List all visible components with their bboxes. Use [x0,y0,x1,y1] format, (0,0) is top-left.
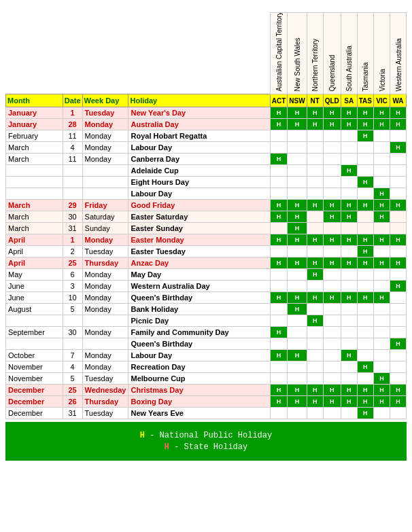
state-cell [307,281,323,292]
state-cell [374,304,390,315]
month-cell: September [6,327,63,338]
state-cell: H [307,269,323,281]
state-cell: H [270,234,288,246]
weekday-cell [82,165,128,177]
state-cell [307,246,323,258]
state-cell [288,269,307,281]
state-cell: H [341,107,357,119]
table-body: January1TuesdayNew Year's DayHHHHHHHHJan… [6,107,407,419]
state-cell: H [357,107,373,119]
state-cell [307,165,323,177]
state-cell [288,373,307,385]
qld-header: Queensland [323,13,341,94]
date-cell: 7 [63,350,82,361]
date-cell [63,188,82,200]
state-cell: H [357,258,373,269]
month-cell: January [6,119,63,130]
state-cell [374,154,390,165]
state-cell [374,246,390,258]
state-cell: H [270,292,288,304]
state-cell [270,361,288,373]
tas-col-header: TAS [357,94,373,107]
state-cell: H [357,177,373,188]
state-cell [307,338,323,350]
state-cell: H [357,130,373,142]
state-cell [323,177,341,188]
weekday-cell: Monday [82,154,128,165]
state-cell: H [374,385,390,396]
weekday-cell: Monday [82,292,128,304]
holiday-cell: Easter Monday [128,234,270,246]
state-cell: H [357,200,373,211]
weekday-col-header: Week Day [82,94,128,107]
state-cell: H [341,350,357,361]
date-cell: 30 [63,327,82,338]
holiday-cell: New Years Eve [128,408,270,419]
weekday-cell: Tuesday [82,246,128,258]
state-h-label: H [165,442,169,452]
weekday-cell: Monday [82,361,128,373]
table-row: March4MondayLabour DayH [6,142,407,154]
state-cell [288,188,307,200]
month-cell: April [6,246,63,258]
state-cell [341,269,357,281]
weekday-cell: Monday [82,234,128,246]
table-row: Eight Hours DayH [6,177,407,188]
table-row: February11MondayRoyal Hobart RegattaH [6,130,407,142]
state-cell: H [374,396,390,408]
weekday-cell: Monday [82,119,128,130]
table-row: March30SaturdayEaster SaturdayHHHHH [6,211,407,223]
table-row: September30MondayFamily and Community Da… [6,327,407,338]
state-cell [307,327,323,338]
state-cell [307,142,323,154]
holiday-cell: Recreation Day [128,361,270,373]
state-cell: H [341,385,357,396]
state-cell [341,408,357,419]
holiday-cell: Eight Hours Day [128,177,270,188]
state-cell: H [390,107,407,119]
table-row: Picnic DayH [6,315,407,327]
table-row: December25WednesdayChristmas DayHHHHHHHH [6,385,407,396]
holiday-cell: Good Friday [128,200,270,211]
state-cell: H [341,119,357,130]
state-cell: H [288,200,307,211]
vic-header: Victoria [374,13,390,94]
month-cell: August [6,304,63,315]
table-row: April25ThursdayAnzac DayHHHHHHHH [6,258,407,269]
weekday-cell: Monday [82,269,128,281]
state-cell: H [357,292,373,304]
state-cell: H [288,258,307,269]
state-cell [374,177,390,188]
state-cell: H [374,188,390,200]
date-cell: 3 [63,281,82,292]
state-cell [270,177,288,188]
state-cell [323,350,341,361]
state-cell: H [288,119,307,130]
state-cell [357,304,373,315]
state-cell: H [270,385,288,396]
holiday-cell: Easter Tuesday [128,246,270,258]
weekday-cell [82,338,128,350]
state-cell: H [341,234,357,246]
state-cell [288,154,307,165]
state-cell: H [374,119,390,130]
date-cell: 11 [63,154,82,165]
holiday-cell: Melbourne Cup [128,373,270,385]
state-cell: H [270,107,288,119]
date-cell [63,165,82,177]
state-cell [288,408,307,419]
holiday-cell: Easter Sunday [128,223,270,234]
holiday-cell: Royal Hobart Regatta [128,130,270,142]
state-cell: H [341,292,357,304]
state-cell: H [288,234,307,246]
month-cell [6,338,63,350]
state-cell: H [270,200,288,211]
month-cell: April [6,258,63,269]
weekday-cell: Monday [82,304,128,315]
date-cell: 29 [63,200,82,211]
table-row: January28MondayAustralia DayHHHHHHHH [6,119,407,130]
state-cell [323,373,341,385]
state-cell: H [323,234,341,246]
month-cell [6,315,63,327]
holiday-cell: Anzac Day [128,258,270,269]
